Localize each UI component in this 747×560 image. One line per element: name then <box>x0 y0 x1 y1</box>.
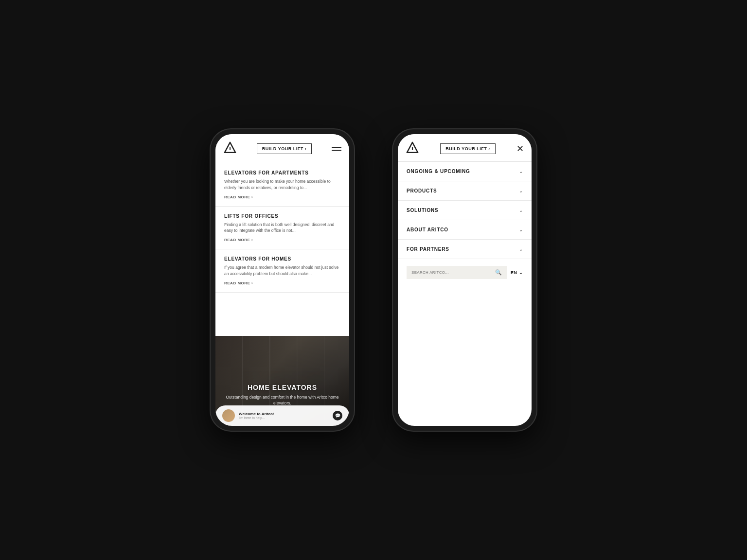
read-more-link[interactable]: READ MORE › <box>224 195 340 199</box>
chat-title: Welcome to Aritco! <box>239 412 329 416</box>
item-title: LIFTS FOR OFFICES <box>224 213 340 219</box>
content-list: ELEVATORS FOR APARTMENTS Whether you are… <box>215 161 349 336</box>
item-title: ELEVATORS FOR APARTMENTS <box>224 170 340 175</box>
chevron-down-icon: ⌄ <box>519 227 523 232</box>
logo[interactable] <box>223 141 237 157</box>
read-more-link[interactable]: READ MORE › <box>224 281 340 285</box>
nav-item-label: ABOUT ARITCO <box>407 227 448 232</box>
hamburger-menu-icon[interactable] <box>332 147 341 151</box>
phone1-screen: BUILD YOUR LIFT › ELEVATORS FOR APARTMEN… <box>215 134 349 426</box>
chevron-down-icon: ⌄ <box>519 270 523 275</box>
phone2-screen: BUILD YOUR LIFT › ✕ ONGOING & UPCOMING ⌄… <box>398 134 532 426</box>
read-more-link[interactable]: READ MORE › <box>224 238 340 242</box>
phones-container: BUILD YOUR LIFT › ELEVATORS FOR APARTMEN… <box>211 129 536 431</box>
phone2-frame: BUILD YOUR LIFT › ✕ ONGOING & UPCOMING ⌄… <box>393 129 536 431</box>
list-item: ELEVATORS FOR HOMES If you agree that a … <box>215 249 349 293</box>
hero-title: HOME ELEVATORS <box>215 384 349 391</box>
lang-label: EN <box>511 270 517 275</box>
build-lift-label: BUILD YOUR LIFT › <box>262 146 306 151</box>
chat-bubble-icon[interactable]: 💬 <box>333 411 342 420</box>
nav-item-label: SOLUTIONS <box>407 208 439 213</box>
nav-item-label: FOR PARTNERS <box>407 246 449 252</box>
item-description: Whether you are looking to make your hom… <box>224 178 340 191</box>
build-lift-button[interactable]: BUILD YOUR LIFT › <box>257 143 312 154</box>
hero-section: HOME ELEVATORS Outstanding design and co… <box>215 336 349 426</box>
item-description: Finding a lift solution that is both wel… <box>224 222 340 234</box>
item-description: If you agree that a modern home elevator… <box>224 264 340 277</box>
search-input[interactable] <box>411 270 492 275</box>
nav-item-about[interactable]: ABOUT ARITCO ⌄ <box>398 220 532 240</box>
nav-item-products[interactable]: PRODUCTS ⌄ <box>398 181 532 201</box>
chevron-down-icon: ⌄ <box>519 246 523 252</box>
item-title: ELEVATORS FOR HOMES <box>224 256 340 262</box>
list-item: ELEVATORS FOR APARTMENTS Whether you are… <box>215 163 349 207</box>
search-input-wrap[interactable]: 🔍 <box>407 266 507 279</box>
chat-avatar <box>222 409 235 422</box>
chevron-down-icon: ⌄ <box>519 188 523 193</box>
chat-subtitle: I'm here to help... <box>239 416 329 420</box>
nav-item-label: ONGOING & UPCOMING <box>407 169 470 174</box>
phone1-frame: BUILD YOUR LIFT › ELEVATORS FOR APARTMEN… <box>211 129 354 431</box>
build-lift-label: BUILD YOUR LIFT › <box>445 146 490 151</box>
chevron-down-icon: ⌄ <box>519 208 523 213</box>
nav-menu: ONGOING & UPCOMING ⌄ PRODUCTS ⌄ SOLUTION… <box>398 162 532 426</box>
nav-item-solutions[interactable]: SOLUTIONS ⌄ <box>398 201 532 220</box>
phone1-header: BUILD YOUR LIFT › <box>215 134 349 161</box>
close-icon[interactable]: ✕ <box>516 144 524 153</box>
hero-description: Outstanding design and comfort in the ho… <box>215 394 349 407</box>
search-icon[interactable]: 🔍 <box>495 269 502 276</box>
chat-text: Welcome to Aritco! I'm here to help... <box>239 412 329 420</box>
chat-widget[interactable]: Welcome to Aritco! I'm here to help... 💬 <box>215 405 349 426</box>
list-item: LIFTS FOR OFFICES Finding a lift solutio… <box>215 207 349 250</box>
build-lift-button[interactable]: BUILD YOUR LIFT › <box>440 143 495 154</box>
language-selector[interactable]: EN ⌄ <box>511 270 523 275</box>
logo[interactable] <box>406 141 419 157</box>
nav-item-label: PRODUCTS <box>407 188 437 193</box>
nav-item-ongoing[interactable]: ONGOING & UPCOMING ⌄ <box>398 162 532 181</box>
chevron-down-icon: ⌄ <box>519 169 523 174</box>
search-lang-bar: 🔍 EN ⌄ <box>398 259 532 286</box>
phone2-header: BUILD YOUR LIFT › ✕ <box>398 134 532 162</box>
nav-item-partners[interactable]: FOR PARTNERS ⌄ <box>398 240 532 259</box>
hero-text: HOME ELEVATORS Outstanding design and co… <box>215 384 349 407</box>
